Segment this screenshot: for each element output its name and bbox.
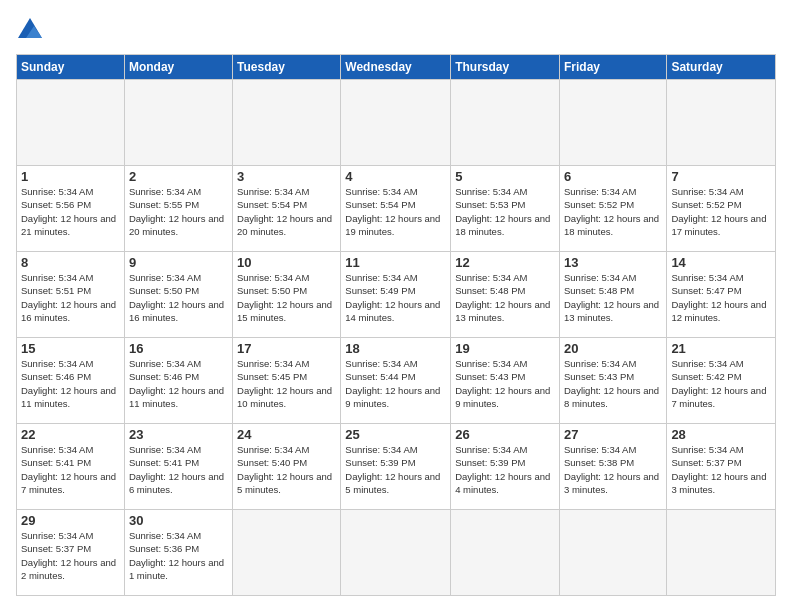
sunset-label: Sunset: 5:51 PM <box>21 285 91 296</box>
day-info: Sunrise: 5:34 AM Sunset: 5:37 PM Dayligh… <box>671 443 771 496</box>
sunrise-label: Sunrise: 5:34 AM <box>345 358 417 369</box>
calendar-cell <box>451 510 560 596</box>
day-number: 22 <box>21 427 120 442</box>
day-info: Sunrise: 5:34 AM Sunset: 5:36 PM Dayligh… <box>129 529 228 582</box>
sunrise-label: Sunrise: 5:34 AM <box>455 186 527 197</box>
sunrise-label: Sunrise: 5:34 AM <box>455 272 527 283</box>
day-number: 7 <box>671 169 771 184</box>
page: SundayMondayTuesdayWednesdayThursdayFrid… <box>0 0 792 612</box>
sunset-label: Sunset: 5:37 PM <box>21 543 91 554</box>
logo-icon <box>16 16 44 44</box>
day-number: 20 <box>564 341 662 356</box>
calendar-cell: 15 Sunrise: 5:34 AM Sunset: 5:46 PM Dayl… <box>17 338 125 424</box>
daylight-label: Daylight: 12 hours and 4 minutes. <box>455 471 550 495</box>
calendar-cell: 6 Sunrise: 5:34 AM Sunset: 5:52 PM Dayli… <box>559 166 666 252</box>
calendar-cell <box>559 80 666 166</box>
weekday-header-wednesday: Wednesday <box>341 55 451 80</box>
sunset-label: Sunset: 5:46 PM <box>21 371 91 382</box>
sunset-label: Sunset: 5:37 PM <box>671 457 741 468</box>
sunrise-label: Sunrise: 5:34 AM <box>21 530 93 541</box>
daylight-label: Daylight: 12 hours and 14 minutes. <box>345 299 440 323</box>
calendar-cell: 22 Sunrise: 5:34 AM Sunset: 5:41 PM Dayl… <box>17 424 125 510</box>
sunrise-label: Sunrise: 5:34 AM <box>237 358 309 369</box>
day-info: Sunrise: 5:34 AM Sunset: 5:39 PM Dayligh… <box>345 443 446 496</box>
sunset-label: Sunset: 5:54 PM <box>237 199 307 210</box>
calendar-cell: 29 Sunrise: 5:34 AM Sunset: 5:37 PM Dayl… <box>17 510 125 596</box>
daylight-label: Daylight: 12 hours and 10 minutes. <box>237 385 332 409</box>
day-number: 21 <box>671 341 771 356</box>
sunset-label: Sunset: 5:44 PM <box>345 371 415 382</box>
calendar-cell: 2 Sunrise: 5:34 AM Sunset: 5:55 PM Dayli… <box>124 166 232 252</box>
daylight-label: Daylight: 12 hours and 20 minutes. <box>129 213 224 237</box>
header <box>16 16 776 44</box>
day-number: 17 <box>237 341 336 356</box>
sunset-label: Sunset: 5:56 PM <box>21 199 91 210</box>
calendar-cell: 3 Sunrise: 5:34 AM Sunset: 5:54 PM Dayli… <box>233 166 341 252</box>
sunrise-label: Sunrise: 5:34 AM <box>129 186 201 197</box>
calendar-cell: 27 Sunrise: 5:34 AM Sunset: 5:38 PM Dayl… <box>559 424 666 510</box>
day-number: 14 <box>671 255 771 270</box>
calendar-week-0 <box>17 80 776 166</box>
day-number: 1 <box>21 169 120 184</box>
day-info: Sunrise: 5:34 AM Sunset: 5:52 PM Dayligh… <box>564 185 662 238</box>
day-number: 26 <box>455 427 555 442</box>
sunset-label: Sunset: 5:40 PM <box>237 457 307 468</box>
calendar-week-1: 1 Sunrise: 5:34 AM Sunset: 5:56 PM Dayli… <box>17 166 776 252</box>
sunrise-label: Sunrise: 5:34 AM <box>564 358 636 369</box>
sunrise-label: Sunrise: 5:34 AM <box>21 358 93 369</box>
day-info: Sunrise: 5:34 AM Sunset: 5:54 PM Dayligh… <box>345 185 446 238</box>
sunrise-label: Sunrise: 5:34 AM <box>671 358 743 369</box>
daylight-label: Daylight: 12 hours and 16 minutes. <box>129 299 224 323</box>
weekday-header-friday: Friday <box>559 55 666 80</box>
daylight-label: Daylight: 12 hours and 9 minutes. <box>455 385 550 409</box>
day-number: 16 <box>129 341 228 356</box>
weekday-header-thursday: Thursday <box>451 55 560 80</box>
daylight-label: Daylight: 12 hours and 20 minutes. <box>237 213 332 237</box>
day-info: Sunrise: 5:34 AM Sunset: 5:52 PM Dayligh… <box>671 185 771 238</box>
day-number: 23 <box>129 427 228 442</box>
daylight-label: Daylight: 12 hours and 18 minutes. <box>455 213 550 237</box>
sunset-label: Sunset: 5:38 PM <box>564 457 634 468</box>
calendar-cell: 24 Sunrise: 5:34 AM Sunset: 5:40 PM Dayl… <box>233 424 341 510</box>
day-number: 13 <box>564 255 662 270</box>
sunrise-label: Sunrise: 5:34 AM <box>129 444 201 455</box>
calendar: SundayMondayTuesdayWednesdayThursdayFrid… <box>16 54 776 596</box>
calendar-cell <box>341 80 451 166</box>
calendar-cell: 1 Sunrise: 5:34 AM Sunset: 5:56 PM Dayli… <box>17 166 125 252</box>
day-info: Sunrise: 5:34 AM Sunset: 5:41 PM Dayligh… <box>129 443 228 496</box>
daylight-label: Daylight: 12 hours and 5 minutes. <box>345 471 440 495</box>
sunset-label: Sunset: 5:41 PM <box>21 457 91 468</box>
calendar-week-2: 8 Sunrise: 5:34 AM Sunset: 5:51 PM Dayli… <box>17 252 776 338</box>
sunset-label: Sunset: 5:43 PM <box>564 371 634 382</box>
sunset-label: Sunset: 5:39 PM <box>345 457 415 468</box>
calendar-week-4: 22 Sunrise: 5:34 AM Sunset: 5:41 PM Dayl… <box>17 424 776 510</box>
sunset-label: Sunset: 5:52 PM <box>671 199 741 210</box>
daylight-label: Daylight: 12 hours and 11 minutes. <box>21 385 116 409</box>
calendar-cell: 4 Sunrise: 5:34 AM Sunset: 5:54 PM Dayli… <box>341 166 451 252</box>
calendar-cell: 17 Sunrise: 5:34 AM Sunset: 5:45 PM Dayl… <box>233 338 341 424</box>
day-info: Sunrise: 5:34 AM Sunset: 5:37 PM Dayligh… <box>21 529 120 582</box>
calendar-cell: 28 Sunrise: 5:34 AM Sunset: 5:37 PM Dayl… <box>667 424 776 510</box>
logo <box>16 16 48 44</box>
calendar-cell: 7 Sunrise: 5:34 AM Sunset: 5:52 PM Dayli… <box>667 166 776 252</box>
sunrise-label: Sunrise: 5:34 AM <box>129 272 201 283</box>
calendar-week-3: 15 Sunrise: 5:34 AM Sunset: 5:46 PM Dayl… <box>17 338 776 424</box>
sunrise-label: Sunrise: 5:34 AM <box>345 272 417 283</box>
weekday-header-monday: Monday <box>124 55 232 80</box>
sunrise-label: Sunrise: 5:34 AM <box>237 272 309 283</box>
day-number: 15 <box>21 341 120 356</box>
sunrise-label: Sunrise: 5:34 AM <box>21 272 93 283</box>
daylight-label: Daylight: 12 hours and 8 minutes. <box>564 385 659 409</box>
sunset-label: Sunset: 5:45 PM <box>237 371 307 382</box>
sunrise-label: Sunrise: 5:34 AM <box>21 186 93 197</box>
day-info: Sunrise: 5:34 AM Sunset: 5:51 PM Dayligh… <box>21 271 120 324</box>
day-info: Sunrise: 5:34 AM Sunset: 5:50 PM Dayligh… <box>237 271 336 324</box>
calendar-cell <box>451 80 560 166</box>
day-number: 29 <box>21 513 120 528</box>
day-info: Sunrise: 5:34 AM Sunset: 5:44 PM Dayligh… <box>345 357 446 410</box>
sunrise-label: Sunrise: 5:34 AM <box>564 272 636 283</box>
daylight-label: Daylight: 12 hours and 21 minutes. <box>21 213 116 237</box>
sunset-label: Sunset: 5:43 PM <box>455 371 525 382</box>
day-number: 25 <box>345 427 446 442</box>
daylight-label: Daylight: 12 hours and 11 minutes. <box>129 385 224 409</box>
